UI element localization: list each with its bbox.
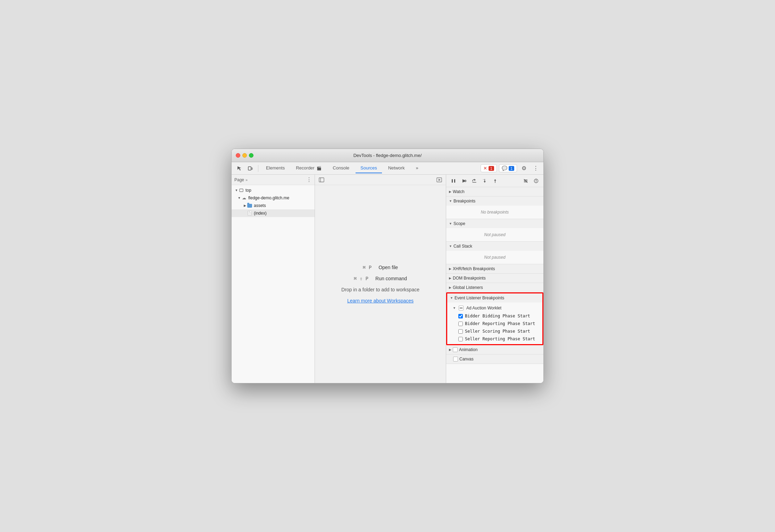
tree-item-top[interactable]: ▼ top [232, 186, 315, 194]
ad-auction-checkbox-partial [459, 306, 464, 310]
assets-label: assets [254, 203, 266, 208]
event-listener-breakpoints-section: ▼ Event Listener Breakpoints ▼ Ad Auctio… [446, 292, 543, 345]
global-listeners-header[interactable]: ▶ Global Listeners [446, 283, 543, 292]
folder-icon [247, 203, 252, 208]
watch-section-header[interactable]: ▶ Watch [446, 187, 543, 196]
call-stack-body: Not paused [446, 251, 543, 264]
tab-recorder[interactable]: Recorder 🎬 [291, 163, 326, 173]
pause-on-exception-button[interactable] [532, 176, 541, 185]
animation-label: Animation [459, 347, 477, 352]
event-listener-breakpoints-header[interactable]: ▼ Event Listener Breakpoints [447, 293, 542, 302]
tree-item-assets[interactable]: ▶ assets [232, 202, 315, 209]
run-command-shortcut: ⌘ ⇧ P Run command [354, 276, 407, 281]
canvas-checkbox [453, 357, 458, 361]
call-stack-arrow: ▼ [449, 244, 452, 248]
tab-network[interactable]: Network [383, 163, 410, 173]
tab-more[interactable]: » [411, 163, 423, 173]
svg-marker-16 [494, 179, 496, 181]
bidder-reporting-checkbox[interactable] [458, 322, 463, 326]
file-tree: ▼ top ▼ ☁ fledge-demo.glitch.me ▶ [232, 185, 315, 383]
dom-breakpoints-label: DOM Breakpoints [453, 276, 486, 281]
seller-reporting-label: Seller Reporting Phase Start [465, 336, 535, 341]
tab-elements[interactable]: Elements [261, 163, 290, 173]
breakpoints-label: Breakpoints [453, 199, 475, 203]
seller-scoring-row: Seller Scoring Phase Start [447, 327, 542, 335]
domain-arrow: ▼ [237, 196, 241, 200]
scope-not-paused: Not paused [446, 230, 543, 240]
maximize-button[interactable] [249, 153, 253, 158]
top-arrow: ▼ [234, 188, 239, 192]
svg-rect-3 [319, 178, 324, 182]
devtools-window: DevTools - fledge-demo.glitch.me/ Elemen… [231, 149, 544, 383]
traffic-lights [236, 153, 253, 158]
open-file-key: ⌘ P [363, 265, 372, 270]
titlebar: DevTools - fledge-demo.glitch.me/ [232, 149, 543, 162]
svg-point-23 [536, 182, 536, 182]
bidder-bidding-row: Bidder Bidding Phase Start [447, 312, 542, 320]
editor-area: ⌘ P Open file ⌘ ⇧ P Run command Drop in … [315, 185, 446, 383]
seller-reporting-checkbox[interactable] [458, 337, 463, 341]
tab-sources[interactable]: Sources [356, 163, 382, 173]
svg-rect-2 [240, 189, 243, 192]
step-into-button[interactable] [480, 176, 489, 185]
call-stack-section: ▼ Call Stack Not paused [446, 242, 543, 264]
left-panel-title: Page [234, 177, 244, 182]
seller-scoring-checkbox[interactable] [458, 329, 463, 334]
index-label: (index) [254, 211, 267, 216]
close-button[interactable] [236, 153, 240, 158]
run-button[interactable] [435, 176, 443, 184]
file-icon [247, 210, 252, 216]
animation-checkbox [453, 347, 458, 352]
left-panel-more[interactable]: » [245, 178, 248, 182]
step-out-button[interactable] [491, 176, 500, 185]
errors-badge-button[interactable]: ✕ 1 [481, 164, 497, 172]
dom-breakpoints-section: ▶ DOM Breakpoints [446, 274, 543, 283]
canvas-header[interactable]: Canvas [446, 355, 543, 364]
inspect-tool-button[interactable] [234, 164, 244, 173]
tree-item-domain[interactable]: ▼ ☁ fledge-demo.glitch.me [232, 194, 315, 202]
main-content: Page » ⋮ ▼ top ▼ ☁ [232, 175, 543, 383]
center-toolbar [315, 175, 446, 185]
xhr-fetch-header[interactable]: ▶ XHR/fetch Breakpoints [446, 264, 543, 273]
step-over-button[interactable] [470, 176, 479, 185]
event-listener-arrow: ▼ [450, 296, 453, 300]
svg-marker-13 [484, 181, 486, 183]
svg-rect-7 [452, 179, 453, 183]
scope-label: Scope [453, 221, 465, 226]
minimize-button[interactable] [242, 153, 247, 158]
domain-label: fledge-demo.glitch.me [248, 196, 289, 200]
animation-header[interactable]: ▶ Animation [446, 345, 543, 354]
breakpoints-section-header[interactable]: ▼ Breakpoints [446, 197, 543, 206]
svg-marker-6 [439, 179, 441, 181]
tab-console[interactable]: Console [328, 163, 354, 173]
right-panel: ▶ Watch ▼ Breakpoints No breakpoints [446, 175, 543, 383]
settings-button[interactable]: ⚙ [519, 164, 529, 173]
sidebar-toggle-button[interactable] [318, 176, 325, 184]
dom-breakpoints-header[interactable]: ▶ DOM Breakpoints [446, 274, 543, 283]
center-panel: ⌘ P Open file ⌘ ⇧ P Run command Drop in … [315, 175, 446, 383]
run-command-label: Run command [375, 276, 407, 281]
messages-badge-button[interactable]: 💬 1 [499, 164, 517, 172]
pause-button[interactable] [449, 176, 458, 185]
device-toolbar-button[interactable] [245, 164, 255, 173]
global-listeners-label: Global Listeners [453, 285, 483, 290]
left-panel-dots[interactable]: ⋮ [306, 176, 312, 183]
workspace-learn-more-link[interactable]: Learn more about Workspaces [347, 298, 414, 304]
top-icon [239, 188, 244, 193]
animation-arrow: ▶ [449, 348, 451, 351]
tree-item-index[interactable]: ▶ (index) [232, 209, 315, 217]
deactivate-breakpoints-button[interactable] [521, 176, 530, 185]
bidder-reporting-label: Bidder Reporting Phase Start [465, 321, 535, 326]
messages-count: 1 [509, 166, 514, 171]
scope-section-header[interactable]: ▼ Scope [446, 219, 543, 228]
resume-button[interactable] [459, 176, 468, 185]
seller-scoring-label: Seller Scoring Phase Start [465, 329, 530, 334]
run-command-key: ⌘ ⇧ P [354, 276, 368, 281]
call-stack-header[interactable]: ▼ Call Stack [446, 242, 543, 251]
bidder-bidding-checkbox[interactable] [458, 314, 463, 318]
watch-arrow: ▶ [449, 190, 451, 193]
ad-auction-worklet-header[interactable]: ▼ Ad Auction Worklet [447, 304, 542, 312]
ad-auction-label: Ad Auction Worklet [466, 306, 501, 310]
more-options-button[interactable]: ⋮ [531, 164, 541, 173]
drop-folder-text: Drop in a folder to add to workspace [341, 287, 419, 292]
